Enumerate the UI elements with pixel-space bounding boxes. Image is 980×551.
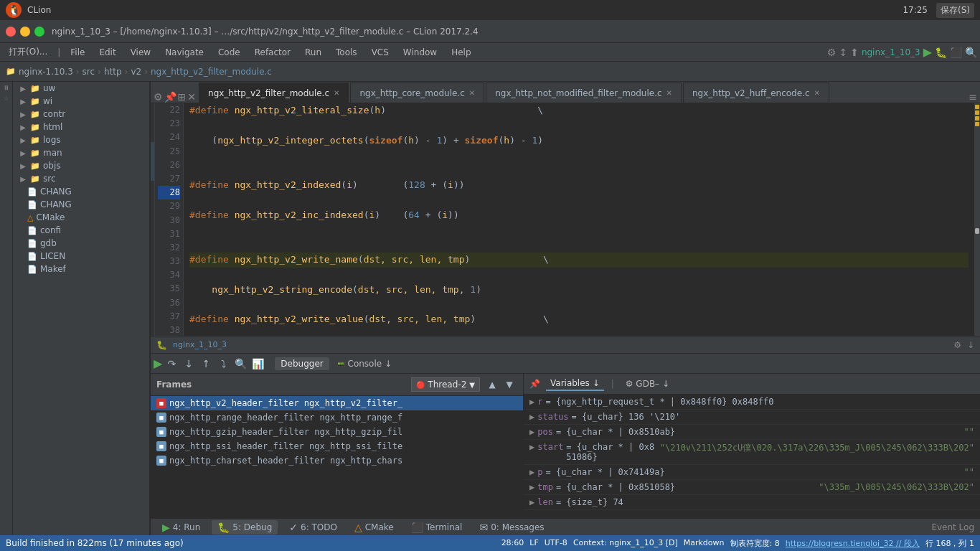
debug-resume-icon[interactable]: ▶ bbox=[154, 357, 162, 370]
sidebar-item-objs[interactable]: ▶📁objs bbox=[13, 159, 149, 172]
run-button[interactable]: ▶ bbox=[923, 45, 932, 59]
sidebar-toggle[interactable]: ≡ bbox=[2, 85, 10, 90]
var-p-expand[interactable]: ▶ bbox=[529, 467, 534, 477]
debug-tab-debugger[interactable]: Debugger bbox=[275, 357, 329, 370]
debug-settings-icon[interactable]: ⚙ bbox=[953, 340, 961, 350]
frame-0[interactable]: ■ ngx_http_v2_header_filter ngx_http_v2_… bbox=[151, 396, 523, 410]
pin-icon[interactable]: 📌 bbox=[164, 91, 176, 103]
todo-tab[interactable]: ✓ 6: TODO bbox=[283, 520, 343, 534]
sidebar-item-licen[interactable]: 📄LICEN bbox=[13, 250, 149, 263]
toolbar-icon2[interactable]: ↕ bbox=[839, 47, 847, 58]
close-button[interactable] bbox=[6, 27, 16, 37]
menu-tools[interactable]: Tools bbox=[330, 46, 363, 59]
messages-tab[interactable]: ✉ 0: Messages bbox=[473, 520, 550, 534]
menu-edit[interactable]: Edit bbox=[93, 46, 121, 59]
sidebar-item-gdb[interactable]: 📄gdb bbox=[13, 237, 149, 250]
code-content[interactable]: #define ngx_http_v2_literal_size(h) \ (n… bbox=[184, 103, 974, 336]
var-status-expand[interactable]: ▶ bbox=[529, 412, 534, 422]
sidebar-item-src[interactable]: ▶📁src bbox=[13, 172, 149, 185]
frame-1[interactable]: ■ ngx_http_range_header_filter ngx_http_… bbox=[151, 410, 523, 425]
search-everywhere[interactable]: 🔍 bbox=[965, 47, 977, 58]
terminal-tab[interactable]: ⬛ Terminal bbox=[405, 520, 468, 534]
menu-navigate[interactable]: Navigate bbox=[159, 46, 209, 59]
menu-refactor[interactable]: Refactor bbox=[249, 46, 296, 59]
close-icon[interactable]: ✕ bbox=[187, 91, 196, 103]
sidebar-item-html[interactable]: ▶📁html bbox=[13, 121, 149, 133]
file-encoding[interactable]: UTF-8 bbox=[545, 538, 567, 549]
tab-filter-module[interactable]: ngx_http_v2_filter_module.c ✕ bbox=[199, 83, 349, 103]
line-ending[interactable]: LF bbox=[529, 538, 538, 549]
menu-window[interactable]: Window bbox=[397, 46, 443, 59]
tab-close-3[interactable]: ✕ bbox=[666, 89, 672, 97]
tab-close-4[interactable]: ✕ bbox=[814, 89, 820, 97]
menu-vcs[interactable]: VCS bbox=[366, 46, 395, 59]
var-len-expand[interactable]: ▶ bbox=[529, 497, 534, 507]
code-editor[interactable]: 22 23 24 25 26 27 28 29 30 31 32 33 34 3… bbox=[151, 103, 980, 336]
bc-current-file[interactable]: ngx_http_v2_filter_module.c bbox=[151, 67, 272, 77]
sidebar-item-chang1[interactable]: 📄CHANG bbox=[13, 185, 149, 198]
var-p[interactable]: ▶ p = {u_char * | 0x74149a} "" bbox=[524, 465, 980, 480]
frames-up-btn[interactable]: ▲ bbox=[484, 377, 500, 392]
stop-button[interactable]: ⬛ bbox=[950, 47, 962, 58]
var-status[interactable]: ▶ status = {u_char} 136 '\210' bbox=[524, 410, 980, 425]
tab-close-1[interactable]: ✕ bbox=[334, 89, 339, 97]
event-log-label[interactable]: Event Log bbox=[931, 522, 974, 532]
editor-settings-icon[interactable]: ⚙ bbox=[154, 91, 163, 103]
sidebar-item-chang2[interactable]: 📄CHANG bbox=[13, 198, 149, 211]
sidebar-item-confi[interactable]: 📄confi bbox=[13, 224, 149, 237]
sidebar-item-cmake[interactable]: △CMake bbox=[13, 211, 149, 224]
step-into-btn[interactable]: ↓ bbox=[181, 356, 197, 372]
pin-vars-icon[interactable]: 📌 bbox=[529, 379, 540, 389]
tab-close-2[interactable]: ✕ bbox=[469, 89, 475, 97]
bc-src[interactable]: src bbox=[83, 67, 95, 77]
sidebar-item-logs[interactable]: ▶📁logs bbox=[13, 133, 149, 146]
sidebar-item-man[interactable]: ▶📁man bbox=[13, 146, 149, 159]
scrollbar-thumb[interactable] bbox=[975, 228, 979, 234]
debug-tab-bottom[interactable]: 🐛 5: Debug bbox=[212, 520, 278, 534]
sidebar-item-wi[interactable]: ▶📁wi bbox=[13, 95, 149, 108]
var-start-expand[interactable]: ▶ bbox=[529, 442, 534, 452]
tab-huff-encode[interactable]: ngx_http_v2_huff_encode.c ✕ bbox=[683, 83, 829, 103]
var-start[interactable]: ▶ start = {u_char * | 0x851086} "\210v\2… bbox=[524, 440, 980, 465]
maximize-button[interactable] bbox=[34, 27, 44, 37]
indent-size[interactable]: 制表符宽度: 8 bbox=[730, 538, 780, 549]
bc-http[interactable]: http bbox=[104, 67, 122, 77]
cmake-tab[interactable]: △ CMake bbox=[349, 520, 400, 534]
file-mode[interactable]: Markdown bbox=[684, 538, 725, 549]
var-pos[interactable]: ▶ pos = {u_char * | 0x8510ab} "" bbox=[524, 425, 980, 440]
toolbar-icon3[interactable]: ⬆ bbox=[850, 47, 859, 58]
frame-3[interactable]: ■ ngx_http_ssi_header_filter ngx_http_ss… bbox=[151, 439, 523, 453]
variables-tab[interactable]: Variables ↓ bbox=[546, 377, 604, 391]
frame-4[interactable]: ■ ngx_http_charset_header_filter ngx_htt… bbox=[151, 453, 523, 468]
menu-code[interactable]: Code bbox=[212, 46, 246, 59]
sidebar-item-contr[interactable]: ▶📁contr bbox=[13, 108, 149, 121]
bc-v2[interactable]: v2 bbox=[131, 67, 141, 77]
menu-view[interactable]: View bbox=[125, 46, 156, 59]
var-r-expand[interactable]: ▶ bbox=[529, 397, 534, 407]
debug-button[interactable]: 🐛 bbox=[935, 47, 947, 58]
menu-open[interactable]: 打开(O)... bbox=[3, 44, 53, 60]
tab-settings-icon[interactable]: ≡ bbox=[966, 91, 980, 103]
bookmark-icon[interactable]: ☆ bbox=[3, 95, 9, 102]
tab-core-module[interactable]: ngx_http_core_module.c ✕ bbox=[350, 83, 484, 103]
menu-file[interactable]: File bbox=[65, 46, 90, 59]
gdb-tab[interactable]: ⚙ GDB– ↓ bbox=[621, 377, 674, 390]
menu-help[interactable]: Help bbox=[446, 46, 476, 59]
split-icon[interactable]: ⊞ bbox=[178, 91, 187, 103]
step-over-btn[interactable]: ↷ bbox=[164, 356, 179, 372]
tab-not-modified[interactable]: ngx_http_not_modified_filter_module.c ✕ bbox=[486, 83, 682, 103]
frame-2[interactable]: ■ ngx_http_gzip_header_filter ngx_http_g… bbox=[151, 425, 523, 439]
blog-url[interactable]: https://blogresn.tiengloi_32 // 段入 bbox=[786, 538, 920, 549]
cursor-position[interactable]: 28:60 bbox=[501, 538, 524, 549]
project-icon[interactable]: 📁 bbox=[6, 67, 16, 76]
step-out-btn[interactable]: ↑ bbox=[198, 356, 214, 372]
run-to-cursor-btn[interactable]: ⤵ bbox=[215, 356, 231, 372]
ubuntu-logo[interactable]: 🐧 bbox=[6, 2, 22, 18]
menu-run[interactable]: Run bbox=[299, 46, 327, 59]
var-tmp-expand[interactable]: ▶ bbox=[529, 482, 534, 492]
var-len[interactable]: ▶ len = {size_t} 74 bbox=[524, 495, 980, 510]
frames-down-btn[interactable]: ▼ bbox=[501, 377, 517, 392]
sidebar-item-uw[interactable]: ▶📁uw bbox=[13, 82, 149, 95]
save-button[interactable]: 保存(S) bbox=[936, 3, 974, 18]
var-r[interactable]: ▶ r = {ngx_http_request_t * | 0x848ff0} … bbox=[524, 395, 980, 410]
